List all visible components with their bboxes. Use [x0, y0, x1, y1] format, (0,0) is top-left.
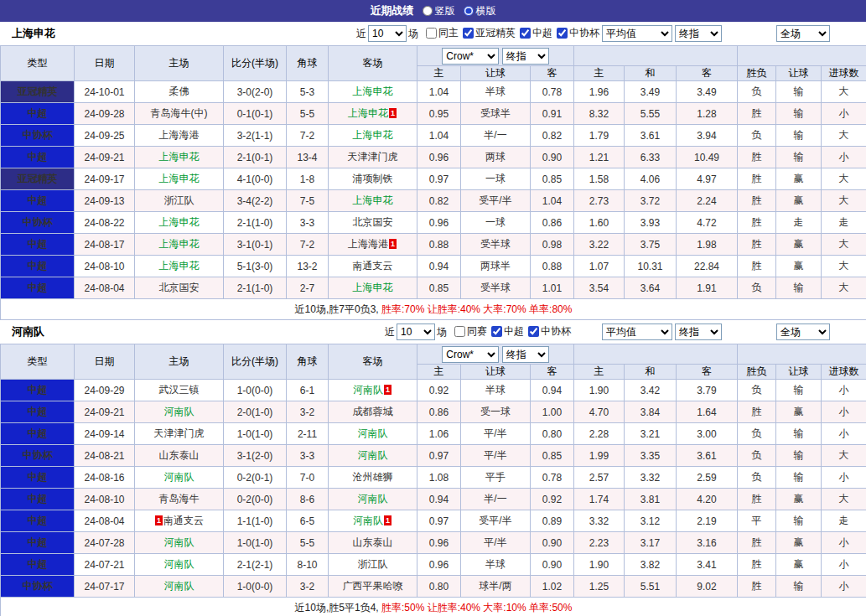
final-odds-select[interactable]: 终指 [502, 346, 549, 363]
corner-score: 8-6 [287, 489, 329, 510]
league-filter-checkbox-label[interactable]: 中协杯 [528, 324, 571, 339]
layout-option-vertical[interactable]: 竖版 [423, 4, 455, 18]
league-filter-checkbox[interactable] [520, 28, 531, 39]
team-link: 河南队 [358, 493, 388, 505]
final-odds-select[interactable]: 终指 [502, 48, 549, 65]
odds-source-select[interactable]: Crow* [442, 48, 499, 65]
result-goals: 大 [822, 81, 866, 103]
team-link: 河南队 [164, 471, 194, 483]
league-filter-checkbox[interactable] [463, 28, 474, 39]
team-link: 河南队 [164, 536, 194, 548]
team-link: 上海申花 [159, 216, 200, 228]
match-row: 中超24-08-17上海申花3-1(0-1)7-2上海海港10.88受半球0.9… [1, 234, 866, 256]
odds-home: 0.82 [417, 190, 461, 212]
average-select[interactable]: 平均值 [602, 324, 672, 340]
league-filter-checkbox[interactable] [557, 28, 568, 39]
handicap: 半球 [461, 380, 531, 401]
team-link: 上海海港 [348, 238, 388, 250]
away-team: 广西平果哈嘹 [329, 576, 417, 598]
avg-away: 2.19 [677, 510, 738, 532]
league-badge: 中超 [1, 147, 75, 168]
result-wdl: 负 [738, 125, 776, 147]
corner-score: 6-5 [287, 510, 329, 532]
league-filter-checkbox-label[interactable]: 中超 [520, 26, 552, 40]
match-row: 中超24-07-28河南队1-0(1-0)5-5山东泰山0.96平/半0.902… [1, 532, 866, 554]
vertical-layout-radio[interactable] [423, 6, 433, 16]
scope-select[interactable]: 全场 [776, 25, 830, 42]
avg-draw: 3.42 [625, 380, 677, 401]
match-date: 24-08-22 [75, 212, 135, 234]
match-count-select[interactable]: 10 [368, 25, 407, 42]
result-wdl: 胜 [738, 401, 776, 423]
result-goals: 小 [822, 532, 866, 554]
odds-away: 0.82 [531, 125, 574, 147]
result-handicap: 输 [776, 103, 822, 125]
avg-away: 3.16 [677, 532, 738, 554]
section-henan: 河南队 近 10 场 同赛中超中协杯 平均值 终指 全场 类型 日 [0, 320, 866, 616]
odds-away: 0.78 [531, 81, 574, 103]
layout-option-horizontal[interactable]: 横版 [464, 4, 496, 18]
same-filter-checkbox[interactable] [426, 28, 437, 39]
team-link: 青岛海牛(中) [151, 107, 208, 119]
away-team: 上海申花1 [329, 103, 417, 125]
final-odds-select[interactable]: 终指 [675, 25, 722, 42]
col-result-handicap: 让球 [776, 365, 822, 380]
filter-bar: 近 10 场 同主亚冠精英中超中协杯 [355, 25, 601, 42]
average-select[interactable]: 平均值 [602, 25, 672, 42]
result-goals: 小 [822, 554, 866, 576]
score: 0-2(0-1) [224, 467, 287, 489]
team-link: 河南队 [353, 384, 383, 396]
col-corner: 角球 [287, 46, 329, 81]
avg-away: 1.91 [677, 277, 738, 299]
handicap: 半球 [461, 81, 531, 103]
col-avg-draw: 和 [625, 365, 677, 380]
avg-away: 3.94 [677, 125, 738, 147]
match-row: 中超24-08-10上海申花5-1(3-0)13-2南通支云0.94两球半0.8… [1, 256, 866, 277]
home-team: 河南队 [135, 576, 224, 598]
away-team: 河南队 [329, 445, 417, 467]
col-corner: 角球 [287, 344, 329, 380]
same-filter-checkbox-label[interactable]: 同主 [426, 26, 459, 40]
avg-home: 1.96 [574, 81, 625, 103]
match-date: 24-07-28 [75, 532, 135, 554]
result-goals: 大 [822, 256, 866, 277]
horizontal-layout-radio[interactable] [464, 6, 474, 16]
result-wdl: 胜 [738, 532, 776, 554]
handicap: 受半球 [461, 234, 531, 256]
league-filter-checkbox-label[interactable]: 中超 [491, 324, 524, 339]
corner-score: 5-5 [287, 532, 329, 554]
league-filter-checkbox[interactable] [528, 326, 539, 337]
home-team: 青岛海牛 [135, 489, 224, 510]
odds-away: 0.92 [531, 489, 574, 510]
filter-checkboxes: 同赛中超中协杯 [450, 324, 571, 339]
col-avg-home: 主 [574, 66, 625, 81]
team-link: 河南队 [353, 515, 383, 526]
avg-away: 2.59 [677, 467, 738, 489]
odds-home: 0.88 [417, 234, 461, 256]
summary-stat: 大率:70% [483, 303, 529, 315]
final-odds-select[interactable]: 终指 [675, 324, 722, 340]
avg-home: 1.07 [574, 256, 625, 277]
radio-label-text: 横版 [476, 4, 496, 18]
filter-label: 同主 [438, 26, 459, 40]
home-team: 上海申花 [135, 234, 224, 256]
odds-away: 0.78 [531, 467, 574, 489]
summary-row: 近10场,胜5平1负4, 胜率:50% 让胜率:40% 大率:10% 单率:50… [1, 598, 866, 616]
scope-select[interactable]: 全场 [776, 324, 830, 340]
result-wdl: 胜 [738, 489, 776, 510]
odds-source-header: Crow* 终指 [417, 344, 574, 365]
same-filter-checkbox[interactable] [454, 326, 465, 337]
odds-home: 1.08 [417, 467, 461, 489]
league-filter-checkbox[interactable] [491, 326, 502, 337]
home-team: 上海申花 [135, 147, 224, 168]
league-filter-checkbox-label[interactable]: 亚冠精英 [463, 26, 516, 40]
same-filter-checkbox-label[interactable]: 同赛 [454, 324, 487, 339]
matches-label: 场 [408, 27, 418, 41]
odds-source-select[interactable]: Crow* [442, 346, 499, 363]
match-date: 24-08-10 [75, 489, 135, 510]
avg-away: 3.41 [677, 554, 738, 576]
league-filter-checkbox-label[interactable]: 中协杯 [557, 26, 599, 40]
avg-away: 10.49 [677, 147, 738, 168]
team-link: 浙江队 [164, 194, 194, 206]
match-count-select[interactable]: 10 [397, 324, 435, 340]
